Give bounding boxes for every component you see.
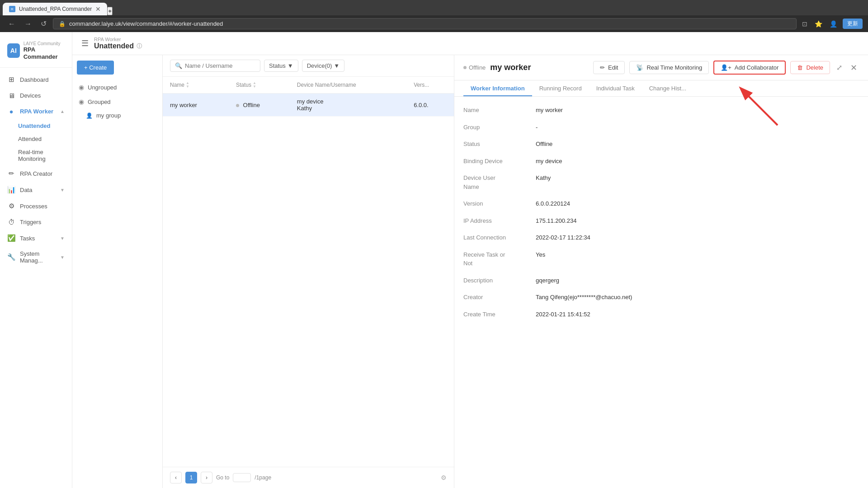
ip-value: 175.11.200.234 <box>536 216 576 225</box>
ungrouped-item[interactable]: ◉ Ungrouped <box>72 80 162 94</box>
device-user-value: Kathy <box>536 174 551 191</box>
tab-title: Unattended_RPA Commander <box>19 6 92 12</box>
chevron-down-icon: ▼ <box>60 188 65 192</box>
collaborator-icon: 👤+ <box>721 64 731 71</box>
tab-running-record[interactable]: Running Record <box>532 80 589 96</box>
last-connection-label: Last Connection <box>463 233 527 242</box>
sidebar-item-realtime[interactable]: Real-time Monitoring <box>0 145 72 165</box>
list-panel: + Create ◉ Ungrouped ◉ Grouped 👤 my grou… <box>72 55 454 488</box>
new-tab-button[interactable]: + <box>107 7 113 15</box>
page-1-button[interactable]: 1 <box>185 472 197 483</box>
status-row: Status Offline <box>463 140 859 149</box>
lock-icon: 🔒 <box>59 21 66 27</box>
create-time-value: 2022-01-21 15:41:52 <box>536 310 590 319</box>
delete-button[interactable]: 🗑 Delete <box>790 61 830 74</box>
edit-button[interactable]: ✏ Edit <box>593 61 625 74</box>
my-group-item[interactable]: 👤 my group <box>72 109 162 122</box>
expand-button[interactable]: ⤢ <box>835 61 844 74</box>
tab-change-history[interactable]: Change Hist... <box>642 80 693 96</box>
sidebar-item-data[interactable]: 📊 Data ▼ <box>0 182 72 198</box>
address-bar-row: ← → ↺ 🔒 commander.laiye.uk/view/commande… <box>0 15 868 32</box>
page-settings-button[interactable]: ⚙ <box>441 474 447 481</box>
profile-btn[interactable]: 👤 <box>828 19 839 28</box>
active-tab[interactable]: R Unattended_RPA Commander ✕ <box>3 3 107 15</box>
chevron-down-icon: ▼ <box>60 236 65 241</box>
add-collaborator-button[interactable]: 👤+ Add Collaborator <box>713 61 786 75</box>
data-icon: 📊 <box>7 186 15 194</box>
go-to-label: Go to <box>216 474 229 481</box>
detail-panel: Offline my worker ✏ Edit 📡 Real Time Mon… <box>454 55 868 488</box>
group-label: Group <box>463 123 527 132</box>
name-row: Name my worker <box>463 106 859 115</box>
realtime-monitoring-button[interactable]: 📡 Real Time Monitoring <box>629 61 709 74</box>
sidebar-item-rpa-creator[interactable]: ✏ RPA Creator <box>0 165 72 182</box>
status-label: Status <box>463 140 527 149</box>
logo-brand: LAIYE Community <box>24 41 65 46</box>
table-row[interactable]: my worker Offline my device Kathy <box>163 94 454 117</box>
group-row: Group - <box>463 123 859 132</box>
tab-individual-task[interactable]: Individual Task <box>589 80 642 96</box>
go-to-input[interactable] <box>233 473 251 482</box>
sidebar-item-tasks[interactable]: ✅ Tasks ▼ <box>0 230 72 246</box>
system-icon: 🔧 <box>7 253 15 261</box>
header-menu-button[interactable]: ☰ <box>81 38 89 48</box>
close-button[interactable]: ✕ <box>849 61 859 75</box>
sidebar-item-processes[interactable]: ⚙ Processes <box>0 198 72 214</box>
tab-label: Worker Information <box>471 85 525 92</box>
devices-icon: 🖥 <box>7 92 15 99</box>
receive-task-label: Receive Task orNot <box>463 250 527 268</box>
content-header: ☰ RPA Worker Unattended ⓘ <box>72 32 868 55</box>
forward-button[interactable]: → <box>22 19 34 29</box>
sidebar-item-label: System Manag... <box>20 250 56 264</box>
delete-icon: 🗑 <box>797 64 803 71</box>
tab-worker-info[interactable]: Worker Information <box>463 80 532 96</box>
description-value: gqergerg <box>536 276 559 285</box>
sidebar-item-devices[interactable]: 🖥 Devices <box>0 88 72 103</box>
next-page-button[interactable]: › <box>201 472 212 483</box>
processes-icon: ⚙ <box>7 202 15 210</box>
sidebar-item-label: Triggers <box>20 219 41 225</box>
sidebar-item-label: Data <box>20 187 32 193</box>
detail-tabs: Worker Information Running Record Indivi… <box>454 80 868 97</box>
back-button[interactable]: ← <box>5 19 18 29</box>
dashboard-icon: ⊞ <box>7 75 15 84</box>
browser-chrome: R Unattended_RPA Commander ✕ + ← → ↺ 🔒 c… <box>0 0 868 32</box>
create-button[interactable]: + Create <box>77 61 114 75</box>
tab-close-icon[interactable]: ✕ <box>95 5 101 13</box>
search-input-wrapper[interactable]: 🔍 <box>170 60 260 72</box>
sidebar-item-triggers[interactable]: ⏱ Triggers <box>0 214 72 230</box>
sidebar-item-system[interactable]: 🔧 System Manag... ▼ <box>0 246 72 268</box>
worker-list-header: 🔍 Status ▼ Device(0) ▼ <box>163 55 454 77</box>
refresh-button[interactable]: ↺ <box>38 19 49 29</box>
sidebar-item-unattended[interactable]: Unattended <box>0 119 72 132</box>
sidebar-item-attended[interactable]: Attended <box>0 132 72 145</box>
search-input[interactable] <box>185 62 248 69</box>
status-filter[interactable]: Status ▼ <box>264 60 298 72</box>
detail-worker-name: my worker <box>490 63 589 72</box>
logo-app: RPA Commander <box>24 46 65 60</box>
logo: AI LAIYE Community RPA Commander <box>0 38 72 68</box>
update-button[interactable]: 更新 <box>843 19 863 29</box>
bookmark-btn[interactable]: ⭐ <box>813 19 824 28</box>
create-time-label: Create Time <box>463 310 527 319</box>
grouped-item[interactable]: ◉ Grouped <box>72 94 162 109</box>
device-user: Kathy <box>297 105 399 112</box>
url-bar[interactable]: 🔒 commander.laiye.uk/view/commander/#/wo… <box>53 18 797 29</box>
info-icon[interactable]: ⓘ <box>137 42 142 50</box>
logo-icon: AI <box>7 43 20 58</box>
realtime-label: Real Time Monitoring <box>646 64 702 71</box>
col-device: Device Name/Username <box>290 77 406 94</box>
col-version: Vers... <box>406 77 454 94</box>
browser-actions: ⊡ ⭐ 👤 更新 <box>800 19 863 29</box>
prev-page-button[interactable]: ‹ <box>170 472 182 483</box>
sidebar-item-rpa-worker[interactable]: ● RPA Worker ▲ <box>0 103 72 119</box>
device-filter[interactable]: Device(0) ▼ <box>302 60 345 72</box>
col-status[interactable]: Status ▲▼ <box>229 77 290 94</box>
screenshot-btn[interactable]: ⊡ <box>800 19 809 28</box>
col-name[interactable]: Name ▲▼ <box>163 77 229 94</box>
creator-row: Creator Tang Qifeng(ejo********@chacuo.n… <box>463 293 859 302</box>
worker-table: Name ▲▼ Status ▲▼ <box>163 77 454 467</box>
sort-arrows-name: ▲▼ <box>186 81 189 89</box>
sidebar-item-dashboard[interactable]: ⊞ Dashboard <box>0 71 72 88</box>
breadcrumb-current: Unattended ⓘ <box>94 42 142 50</box>
